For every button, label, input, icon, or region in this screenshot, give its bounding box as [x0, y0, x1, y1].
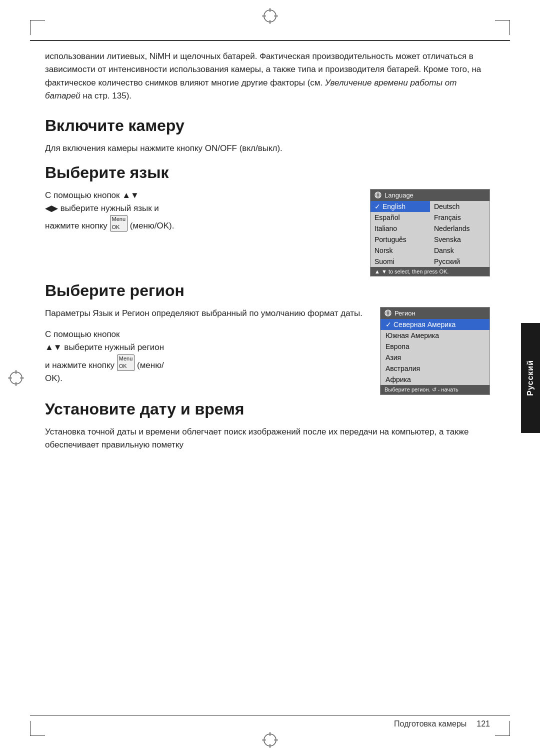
section-body-turn-on: Для включения камеры нажмите кнопку ON/O… — [45, 142, 490, 155]
section-heading-turn-on: Включите камеру — [45, 116, 490, 135]
region-item-north-america[interactable]: ✓ Северная Америка — [380, 319, 490, 330]
language-text-block: С помощью кнопок ▲▼ ◀▶ выберите нужный я… — [45, 189, 358, 241]
page: Русский использовании литиевых, NiMH и щ… — [0, 0, 540, 756]
section-region-content: Параметры Язык и Регион определяют выбра… — [45, 307, 490, 395]
region-item-asia[interactable]: Азия — [380, 352, 490, 363]
page-number: 121 — [476, 720, 490, 728]
language-item-russian[interactable]: Русский — [430, 256, 490, 267]
language-item-italiano[interactable]: Italiano — [370, 223, 430, 234]
region-item-africa[interactable]: Африка — [380, 374, 490, 385]
language-menu-title: Language — [370, 190, 490, 201]
corner-mark-bottom-right — [495, 721, 510, 736]
language-menu-row-4: Português Svenska — [370, 234, 490, 245]
intro-paragraph: использовании литиевых, NiMH и щелочных … — [45, 50, 490, 102]
language-item-suomi[interactable]: Suomi — [370, 256, 430, 267]
language-item-espanol[interactable]: Español — [370, 212, 430, 223]
language-menu-row-5: Norsk Dansk — [370, 245, 490, 256]
region-body-top: Параметры Язык и Регион определяют выбра… — [45, 307, 368, 320]
region-text-block: Параметры Язык и Регион определяют выбра… — [45, 307, 368, 394]
region-item-europe[interactable]: Европа — [380, 341, 490, 352]
globe-icon-region — [384, 310, 392, 316]
region-menu-box: Регион ✓ Северная Америка Южная Америка … — [380, 307, 490, 395]
crosshair-left — [7, 369, 25, 387]
region-menu-title-text: Регион — [394, 310, 416, 317]
corner-mark-top-left — [30, 20, 45, 35]
language-body: С помощью кнопок ▲▼ ◀▶ выберите нужный я… — [45, 189, 358, 233]
section-heading-language: Выберите язык — [45, 164, 490, 182]
region-menu-title: Регион — [380, 308, 490, 319]
sidebar-tab-label: Русский — [526, 360, 535, 396]
language-item-nederlands[interactable]: Nederlands — [430, 223, 490, 234]
crosshair-top — [261, 7, 279, 25]
language-menu-box: Language ✓ English Deutsch Español Franç… — [370, 189, 490, 276]
language-menu-footer: ▲ ▼ to select, then press OK. — [370, 267, 490, 276]
section-language-content: С помощью кнопок ▲▼ ◀▶ выберите нужный я… — [45, 189, 490, 276]
language-item-francais[interactable]: Français — [430, 212, 490, 223]
check-mark-region: ✓ — [386, 320, 392, 328]
section-body-datetime: Установка точной даты и времени облегчае… — [45, 426, 490, 452]
region-item-australia[interactable]: Австралия — [380, 363, 490, 374]
language-item-norsk[interactable]: Norsk — [370, 245, 430, 256]
region-menu-footer: Выберите регион. ↺ - начать — [380, 385, 490, 394]
menu-key-language: MenuOK — [110, 215, 128, 232]
language-menu-items: ✓ English Deutsch Español Français Itali… — [370, 201, 490, 267]
corner-mark-top-right — [495, 20, 510, 35]
page-footer: Подготовка камеры 121 — [45, 720, 490, 728]
language-menu-row-2: Español Français — [370, 212, 490, 223]
region-body-bottom: С помощью кнопок ▲▼ выберите нужный реги… — [45, 328, 368, 386]
region-item-south-america[interactable]: Южная Америка — [380, 330, 490, 341]
corner-mark-bottom-left — [30, 721, 45, 736]
sidebar-tab: Русский — [521, 323, 540, 433]
language-item-english[interactable]: ✓ English — [370, 201, 430, 212]
language-menu-title-text: Language — [384, 192, 414, 199]
language-item-deutsch[interactable]: Deutsch — [430, 201, 490, 212]
footer-label: Подготовка камеры — [394, 720, 466, 728]
language-item-dansk[interactable]: Dansk — [430, 245, 490, 256]
region-menu-items: ✓ Северная Америка Южная Америка Европа … — [380, 319, 490, 385]
language-menu-row-1: ✓ English Deutsch — [370, 201, 490, 212]
section-heading-region: Выберите регион — [45, 282, 490, 300]
globe-icon-language — [374, 192, 382, 198]
language-item-portugues[interactable]: Português — [370, 234, 430, 245]
main-content: использовании литиевых, NiMH и щелочных … — [45, 50, 490, 716]
language-menu-row-3: Italiano Nederlands — [370, 223, 490, 234]
language-menu-row-6: Suomi Русский — [370, 256, 490, 267]
top-divider — [30, 40, 510, 41]
crosshair-bottom — [261, 731, 279, 749]
check-mark: ✓ — [374, 202, 380, 210]
section-heading-datetime: Установите дату и время — [45, 400, 490, 418]
menu-key-region: MenuOK — [117, 354, 135, 371]
language-item-svenska[interactable]: Svenska — [430, 234, 490, 245]
